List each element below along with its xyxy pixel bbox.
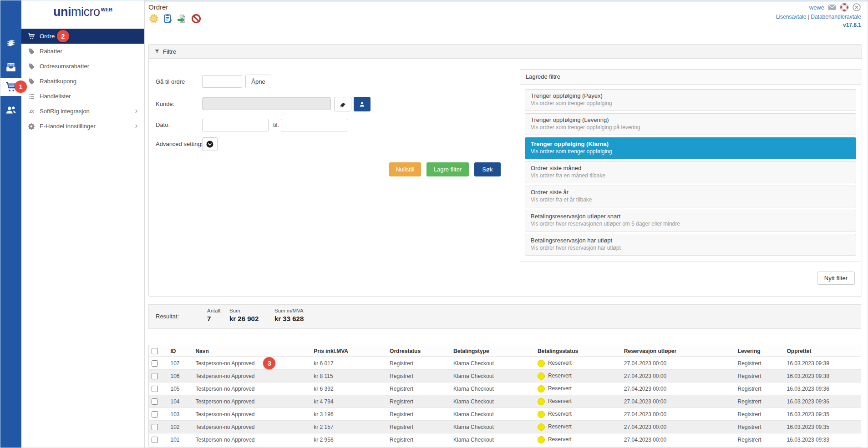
sidebar-item-ordre[interactable]: Ordre2 <box>21 29 144 44</box>
sun-icon[interactable] <box>149 14 159 24</box>
plug-icon <box>28 108 35 115</box>
export-icon[interactable] <box>177 14 187 24</box>
tag-icon <box>28 78 35 85</box>
table-header-row: IDNavnPris inkl.MVAOrdrestatusBetalingst… <box>149 345 861 357</box>
close-icon[interactable] <box>852 3 861 12</box>
saved-filter-item[interactable]: Ordrer siste årVis ordrer fra et år tilb… <box>525 186 856 207</box>
saved-filter-item[interactable]: Ordrer siste månedVis ordrer fra en måne… <box>525 161 856 183</box>
cancel-icon[interactable] <box>191 14 201 24</box>
sum-label: Sum: <box>229 308 242 313</box>
column-header-ordrestatus: Ordrestatus <box>387 345 451 357</box>
table-row[interactable]: 103Testperson-no Approvedkr 3 196Registr… <box>149 408 861 421</box>
inbox-icon <box>5 61 17 73</box>
row-checkbox[interactable] <box>152 398 158 405</box>
person-icon <box>359 101 365 108</box>
saved-filters-list: Trenger oppfølging (Payex)Vis ordrer som… <box>520 85 861 256</box>
cell-order-status: Registrert <box>387 433 451 446</box>
saved-filter-subtitle: Vis ordrer hvor reservasjon har utløpt <box>531 245 850 251</box>
saved-filter-title: Trenger oppfølging (Levering) <box>531 116 850 123</box>
user-box: wewe Lisensavtale | Databehandleravtale … <box>776 3 861 28</box>
clipboard-icon[interactable] <box>163 14 173 24</box>
sidebar-item-softrig-integrasjon[interactable]: SoftRig integrasjon <box>21 104 144 119</box>
saved-filter-item[interactable]: Betalingsreservasjon har utløptVis ordre… <box>525 234 856 256</box>
sidebar-item-rabatter[interactable]: Rabatter <box>21 44 144 59</box>
sidebar-item-label: Handlelister <box>40 93 71 100</box>
payment-status-text: Reservert <box>548 411 572 417</box>
gear-icon <box>28 123 35 130</box>
cell-price: kr 4 794 <box>311 395 387 408</box>
advanced-settings-toggle[interactable] <box>202 137 218 151</box>
row-checkbox[interactable] <box>152 437 158 443</box>
app-logo[interactable]: unimicroWEB <box>21 5 144 19</box>
table-row[interactable]: 104Testperson-no Approvedkr 4 794Registr… <box>149 395 861 408</box>
table-row[interactable]: 101Testperson-no Approvedkr 2 956Registr… <box>149 433 861 446</box>
rail-item-users[interactable] <box>0 101 21 119</box>
row-checkbox[interactable] <box>152 424 158 430</box>
cell-id: 101 <box>168 433 193 446</box>
row-checkbox[interactable] <box>152 411 158 418</box>
data-processor-link[interactable]: Databehandleravtale <box>811 14 861 20</box>
table-row[interactable]: 107Testperson-no Approved3kr 6 017Regist… <box>149 357 861 370</box>
row-checkbox[interactable] <box>152 373 158 379</box>
row-checkbox[interactable] <box>152 360 158 367</box>
saved-filter-item[interactable]: Trenger oppfølging (Levering)Vis ordrer … <box>525 113 856 135</box>
search-button[interactable]: Søk <box>474 162 501 176</box>
license-link[interactable]: Lisensavtale <box>776 14 807 20</box>
saved-filter-item[interactable]: Betalingsreservasjon utløper snartVis or… <box>525 210 856 232</box>
reserved-status-dot <box>538 385 545 393</box>
filter-panel-title: Filtre <box>163 48 176 55</box>
select-customer-button[interactable] <box>354 97 371 111</box>
rail-item-cart[interactable]: 1 <box>0 78 21 96</box>
saved-filter-title: Ordrer siste år <box>531 189 850 196</box>
envelope-icon[interactable] <box>827 3 837 12</box>
clear-customer-button[interactable] <box>334 97 351 111</box>
cell-reservation-expires: 27.04.2023 00:00 <box>621 383 735 395</box>
cell-delivery: Registrert <box>735 383 784 395</box>
table-row[interactable]: 102Testperson-no Approvedkr 2 157Registr… <box>149 421 861 433</box>
cell-reservation-expires: 27.04.2023 00:00 <box>621 421 735 433</box>
lifering-icon[interactable] <box>840 3 849 12</box>
table-row[interactable]: 106Testperson-no Approvedkr 8 115Registr… <box>149 370 861 383</box>
cell-delivery: Registrert <box>735 408 784 421</box>
sidebar-item-label: Ordresumsrabatter <box>40 63 89 70</box>
cell-price: kr 2 956 <box>311 433 387 446</box>
rail-item-inbox[interactable] <box>0 58 21 76</box>
page-title: Ordrer <box>148 3 168 11</box>
column-header-opprettet: Opprettet <box>784 345 861 357</box>
rail-item-pages[interactable] <box>0 35 21 53</box>
row-select-cell <box>149 408 168 421</box>
reset-button[interactable]: Nullstill <box>389 162 421 176</box>
saved-filters-panel: Lagrede filtre Trenger oppfølging (Payex… <box>520 69 861 262</box>
user-link[interactable]: wewe <box>809 4 824 11</box>
select-all-cell <box>149 345 168 357</box>
row-checkbox[interactable] <box>152 386 158 392</box>
header-divider <box>145 33 868 33</box>
saved-filter-item[interactable]: Trenger oppfølging (Klarna)Vis ordrer so… <box>525 137 856 159</box>
date-from-input[interactable] <box>202 119 269 131</box>
cell-name: Testperson-no Approved3 <box>193 357 311 370</box>
cell-payment-status: Reservert <box>535 383 621 395</box>
pages-icon <box>5 38 17 50</box>
filter-panel-header[interactable]: Filtre <box>149 45 862 59</box>
sidebar-item-e-handel-innstillinger[interactable]: E-Handel innstillinger <box>21 119 144 134</box>
sidebar-item-rabattkupong[interactable]: Rabattkupong <box>21 74 144 89</box>
open-button[interactable]: Åpne <box>245 75 271 88</box>
cell-created: 16.03.2023 09:36 <box>784 383 861 395</box>
result-bar: Resultat: Antall: 7 Sum: kr 26 902 Sum m… <box>148 304 861 329</box>
customer-input[interactable] <box>202 97 331 110</box>
save-filter-button[interactable]: Lagre filter <box>426 162 469 176</box>
cell-delivery: Registrert <box>735 357 784 370</box>
saved-filter-item[interactable]: Trenger oppfølging (Payex)Vis ordrer som… <box>525 89 856 111</box>
row-select-cell <box>149 383 168 395</box>
users-icon <box>5 104 17 116</box>
sidebar-item-handlelister[interactable]: Handlelister <box>21 89 144 104</box>
goto-order-input[interactable] <box>202 75 242 88</box>
sidebar-item-ordresumsrabatter[interactable]: Ordresumsrabatter <box>21 59 144 74</box>
select-all-checkbox[interactable] <box>152 348 158 354</box>
date-to-label: til: <box>273 118 279 132</box>
cell-id: 103 <box>168 408 193 421</box>
table-row[interactable]: 105Testperson-no Approvedkr 6 392Registr… <box>149 383 861 395</box>
new-filter-button[interactable]: Nytt filter <box>817 272 855 285</box>
date-to-input[interactable] <box>281 119 348 131</box>
saved-filter-subtitle: Vis ordrer fra et år tilbake <box>531 196 850 203</box>
